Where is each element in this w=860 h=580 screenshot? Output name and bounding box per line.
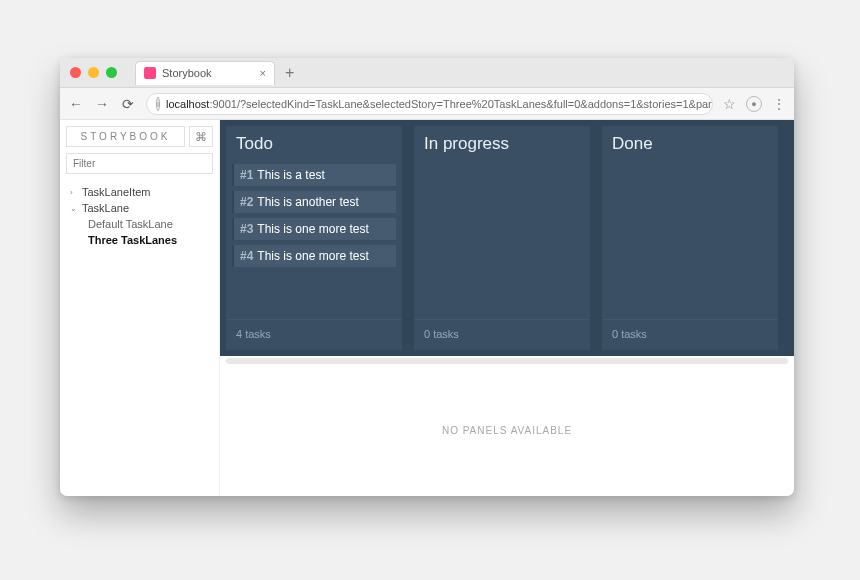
profile-avatar-icon[interactable]: ●: [746, 96, 762, 112]
task-text: This is one more test: [257, 249, 368, 263]
lane-body: [602, 164, 778, 319]
lane-title: In progress: [414, 126, 590, 164]
caret-down-icon: ⌄: [70, 204, 78, 213]
browser-menu-icon[interactable]: ⋮: [772, 96, 786, 112]
lane-footer: 4 tasks: [226, 319, 402, 350]
page-vertical-scrollbar[interactable]: [786, 122, 792, 494]
lane-footer: 0 tasks: [414, 319, 590, 350]
lane-done[interactable]: Done 0 tasks: [602, 126, 778, 350]
filter-input[interactable]: [66, 153, 213, 174]
task-card[interactable]: #3 This is one more test: [232, 218, 396, 240]
task-id: #1: [240, 168, 253, 182]
story-label: Default TaskLane: [88, 218, 173, 230]
storybook-sidebar: STORYBOOK ⌘ › TaskLaneItem ⌄ TaskLane De…: [60, 120, 220, 496]
close-window-button[interactable]: [70, 67, 81, 78]
tab-title: Storybook: [162, 67, 212, 79]
bookmark-star-icon[interactable]: ☆: [723, 96, 736, 112]
storybook-favicon-icon: [144, 67, 156, 79]
task-text: This is a test: [257, 168, 324, 182]
panels-message: NO PANELS AVAILABLE: [442, 425, 572, 436]
task-id: #3: [240, 222, 253, 236]
url-host: localhost: [166, 98, 209, 110]
lane-footer: 0 tasks: [602, 319, 778, 350]
tab-close-icon[interactable]: ×: [260, 67, 266, 79]
storybook-main: Todo #1 This is a test #2 This is anothe…: [220, 120, 794, 496]
story-item-default-tasklane[interactable]: Default TaskLane: [66, 216, 213, 232]
browser-window: Storybook × + ← → ⟳ i localhost :9001/?s…: [60, 58, 794, 496]
task-card[interactable]: #4 This is one more test: [232, 245, 396, 267]
story-item-three-tasklanes[interactable]: Three TaskLanes: [66, 232, 213, 248]
tree-item-tasklane[interactable]: ⌄ TaskLane: [66, 200, 213, 216]
task-id: #4: [240, 249, 253, 263]
browser-tab[interactable]: Storybook ×: [135, 61, 275, 85]
nav-forward-button[interactable]: →: [94, 96, 110, 112]
address-bar[interactable]: i localhost :9001/?selectedKind=TaskLane…: [146, 93, 713, 115]
lane-title: Todo: [226, 126, 402, 164]
window-titlebar: Storybook × +: [60, 58, 794, 88]
storybook-menu-button[interactable]: ⌘: [189, 126, 213, 147]
url-path: :9001/?selectedKind=TaskLane&selectedSto…: [209, 98, 713, 110]
story-tree: › TaskLaneItem ⌄ TaskLane Default TaskLa…: [66, 184, 213, 248]
lane-in-progress[interactable]: In progress 0 tasks: [414, 126, 590, 350]
caret-right-icon: ›: [70, 188, 78, 197]
nav-reload-button[interactable]: ⟳: [120, 96, 136, 112]
task-card[interactable]: #2 This is another test: [232, 191, 396, 213]
lane-title: Done: [602, 126, 778, 164]
task-id: #2: [240, 195, 253, 209]
storybook-logo[interactable]: STORYBOOK: [66, 126, 185, 147]
lane-body: [414, 164, 590, 319]
nav-back-button[interactable]: ←: [68, 96, 84, 112]
task-text: This is one more test: [257, 222, 368, 236]
new-tab-button[interactable]: +: [285, 65, 294, 81]
zoom-window-button[interactable]: [106, 67, 117, 78]
tree-label: TaskLane: [82, 202, 129, 214]
minimize-window-button[interactable]: [88, 67, 99, 78]
story-label: Three TaskLanes: [88, 234, 177, 246]
page-content: STORYBOOK ⌘ › TaskLaneItem ⌄ TaskLane De…: [60, 120, 794, 496]
addons-panel-empty: NO PANELS AVAILABLE: [220, 364, 794, 496]
tree-label: TaskLaneItem: [82, 186, 150, 198]
lane-body: #1 This is a test #2 This is another tes…: [226, 164, 402, 319]
window-controls: [70, 67, 117, 78]
task-card[interactable]: #1 This is a test: [232, 164, 396, 186]
tree-item-tasklaneitem[interactable]: › TaskLaneItem: [66, 184, 213, 200]
task-text: This is another test: [257, 195, 358, 209]
browser-toolbar: ← → ⟳ i localhost :9001/?selectedKind=Ta…: [60, 88, 794, 120]
kanban-board: Todo #1 This is a test #2 This is anothe…: [220, 120, 794, 356]
lane-todo[interactable]: Todo #1 This is a test #2 This is anothe…: [226, 126, 402, 350]
site-info-icon[interactable]: i: [156, 97, 160, 111]
